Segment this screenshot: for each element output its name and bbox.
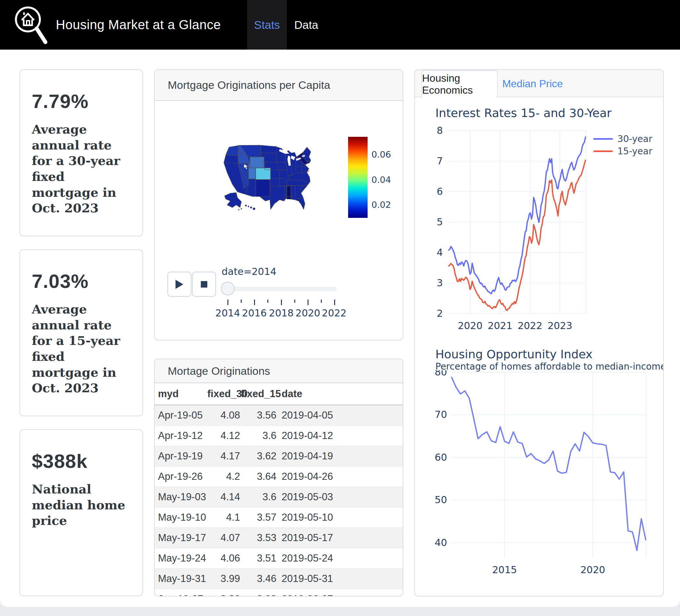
tab-median-price[interactable]: Median Price	[498, 70, 567, 97]
stat-desc-15yr: Average annual rate for a 15-year fixed …	[32, 301, 131, 396]
svg-text:5: 5	[437, 216, 443, 228]
stat-card-30yr: 7.79% Average annual rate for a 30-year …	[20, 69, 143, 236]
legend-label: 30-year	[617, 134, 652, 144]
svg-text:70: 70	[435, 409, 447, 420]
map-card-title: Mortgage Originations per Capita	[155, 70, 403, 101]
map-card: Mortgage Originations per Capita	[154, 69, 403, 341]
svg-text:50: 50	[435, 494, 447, 505]
app-title: Housing Market at a Glance	[56, 0, 221, 50]
header-tab-data[interactable]: Data	[287, 0, 326, 50]
table-row: Apr-19-124.123.62019-04-12	[155, 426, 403, 446]
us-choropleth-map[interactable]	[221, 144, 325, 213]
table-row: Apr-19-194.173.622019-04-19	[155, 446, 403, 467]
table-row: Apr-19-054.083.562019-04-05	[155, 405, 403, 426]
map-colorbar	[348, 137, 368, 218]
date-slider-track[interactable]	[225, 287, 336, 291]
slider-tick	[254, 299, 255, 305]
col-header-fixed30: fixed_30	[207, 383, 240, 405]
slider-tick	[267, 299, 268, 303]
slider-tick-label: 2022	[315, 307, 353, 319]
colorbar-tick-high: 0.06	[371, 149, 407, 160]
table-row: May-19-034.143.62019-05-03	[155, 487, 403, 507]
svg-text:3: 3	[437, 277, 443, 289]
stat-card-median-price: $388k National median home price	[20, 429, 143, 596]
main-content: 7.79% Average annual rate for a 30-year …	[0, 50, 680, 607]
col-header-date: date	[277, 383, 403, 405]
page-footer-background	[0, 607, 680, 616]
legend-item[interactable]: 30-year	[593, 133, 652, 145]
alaska-shape	[225, 193, 242, 207]
svg-text:80: 80	[435, 370, 447, 378]
colorbar-tick-low: 0.02	[371, 200, 407, 211]
legend-label: 15-year	[617, 146, 652, 156]
interest-rates-chart-title: Interest Rates 15- and 30-Year	[435, 106, 612, 120]
stat-card-15yr: 7.03% Average annual rate for a 15-year …	[20, 249, 143, 416]
colorbar-tick-mid: 0.04	[371, 175, 407, 186]
table-row: May-19-313.993.462019-05-31	[155, 569, 403, 589]
table-row: May-19-174.073.532019-05-17	[155, 528, 403, 548]
table-body: Apr-19-054.083.562019-04-05Apr-19-124.12…	[155, 405, 403, 596]
slider-tick	[308, 299, 309, 305]
svg-text:6: 6	[437, 186, 443, 197]
play-button[interactable]	[167, 272, 191, 297]
stop-icon	[200, 281, 208, 288]
hawaii-shape	[238, 205, 255, 210]
header-tab-stats[interactable]: Stats	[247, 0, 287, 50]
svg-text:40: 40	[435, 537, 447, 548]
slider-tick	[241, 299, 242, 303]
stat-desc-30yr: Average annual rate for a 30-year fixed …	[32, 122, 131, 216]
col-header-fixed15: fixed_15	[240, 383, 277, 405]
stat-value-median-price: $388k	[32, 450, 131, 472]
stat-value-15yr: 7.03%	[32, 270, 131, 292]
house-magnifier-logo-icon	[12, 3, 48, 48]
chart-legend: 30-year15-year	[593, 133, 652, 157]
svg-text:2020: 2020	[580, 564, 605, 576]
svg-text:2023: 2023	[548, 320, 572, 331]
stop-button[interactable]	[192, 272, 216, 297]
slider-tick	[294, 299, 295, 303]
stat-desc-median-price: National median home price	[32, 481, 131, 529]
housing-opportunity-chart[interactable]: 201520204050607080	[415, 370, 664, 584]
svg-text:7: 7	[437, 155, 443, 167]
table-row: May-19-104.13.572019-05-10	[155, 507, 403, 528]
slider-current-value: date=2014	[222, 266, 276, 277]
svg-text:2020: 2020	[458, 320, 482, 331]
charts-panel: Housing Economics Median Price Interest …	[414, 69, 664, 596]
slider-tick	[321, 299, 322, 303]
slider-tick	[227, 299, 228, 305]
svg-text:8: 8	[437, 125, 443, 136]
svg-text:2022: 2022	[517, 320, 542, 331]
legend-line-swatch	[593, 150, 613, 152]
legend-item[interactable]: 15-year	[593, 145, 652, 157]
table-card: Mortage Originations myd fixed_30 fixed_…	[154, 359, 403, 596]
table-row: Apr-19-264.23.642019-04-26	[155, 467, 403, 487]
table-header-row: myd fixed_30 fixed_15 date	[155, 383, 403, 405]
table-row: May-19-244.063.512019-05-24	[155, 548, 403, 569]
app-header: Housing Market at a Glance Stats Data	[0, 0, 680, 50]
table-row: Jun-19-073.823.282019-06-07	[155, 589, 403, 597]
svg-text:60: 60	[435, 451, 447, 463]
legend-line-swatch	[593, 138, 613, 140]
stat-value-30yr: 7.79%	[32, 90, 131, 113]
tab-housing-economics[interactable]: Housing Economics	[421, 70, 498, 98]
table-card-title: Mortage Originations	[155, 359, 403, 383]
mortgage-table: myd fixed_30 fixed_15 date Apr-19-054.08…	[155, 383, 403, 596]
svg-text:4: 4	[437, 247, 443, 258]
slider-tick	[281, 299, 282, 305]
date-slider-handle[interactable]	[221, 282, 234, 295]
svg-text:2015: 2015	[492, 564, 517, 576]
col-header-myd: myd	[155, 383, 207, 405]
svg-text:2021: 2021	[488, 320, 512, 331]
slider-tick	[334, 299, 335, 305]
hoi-chart-title: Housing Opportunity Index	[435, 348, 592, 361]
svg-text:2: 2	[437, 308, 443, 319]
play-icon	[175, 280, 183, 289]
